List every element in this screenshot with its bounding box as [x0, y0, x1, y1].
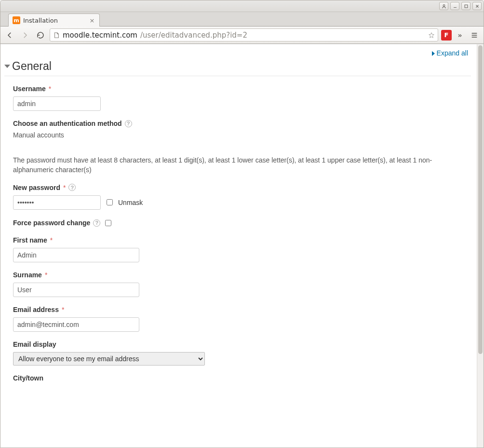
- help-icon[interactable]: ?: [93, 219, 100, 227]
- browser-tab[interactable]: m Installation ×: [8, 14, 100, 27]
- extensions-overflow-button[interactable]: »: [455, 30, 465, 41]
- tab-title: Installation: [23, 17, 58, 24]
- flipboard-extension-icon[interactable]: F: [441, 30, 452, 41]
- password-policy-hint: The password must have at least 8 charac…: [13, 155, 462, 175]
- auth-method-label: Choose an authentication method ?: [13, 120, 471, 127]
- required-icon: *: [50, 236, 53, 244]
- svg-marker-5: [429, 32, 434, 38]
- os-titlebar: [0, 0, 484, 12]
- url-path: /user/editadvanced.php?id=2: [140, 31, 247, 40]
- expand-all-link[interactable]: Expand all: [432, 49, 468, 57]
- force-password-change-checkbox[interactable]: [105, 220, 111, 226]
- moodle-favicon-icon: m: [13, 16, 20, 24]
- required-icon: *: [45, 271, 47, 279]
- email-display-label: Email display: [13, 340, 471, 348]
- page-viewport: Expand all General Username* Choose an a…: [0, 44, 477, 448]
- required-icon: *: [49, 85, 51, 93]
- scrollbar-thumb[interactable]: [478, 45, 483, 354]
- new-password-label: New password* ?: [13, 184, 471, 191]
- address-bar[interactable]: moodle.tecmint.com/user/editadvanced.php…: [50, 28, 438, 41]
- required-icon: *: [62, 306, 64, 313]
- unmask-label: Unmask: [118, 199, 143, 206]
- page-icon: [53, 32, 60, 39]
- first-name-label: First name*: [13, 236, 471, 244]
- tab-close-button[interactable]: ×: [89, 17, 95, 24]
- unmask-checkbox[interactable]: [107, 199, 113, 205]
- back-button[interactable]: [3, 29, 16, 41]
- svg-rect-2: [465, 5, 468, 8]
- new-password-input[interactable]: [13, 195, 101, 210]
- username-label: Username*: [13, 85, 471, 93]
- force-password-change-label: Force password change ?: [13, 218, 471, 228]
- reload-button[interactable]: [34, 29, 47, 41]
- first-name-input[interactable]: [13, 248, 139, 262]
- required-icon: *: [63, 184, 66, 191]
- email-label: Email address*: [13, 306, 471, 313]
- bookmark-star-icon[interactable]: [428, 32, 435, 39]
- section-general-header[interactable]: General: [4, 60, 471, 76]
- os-maximize-button[interactable]: [461, 2, 471, 10]
- username-input[interactable]: [13, 96, 101, 111]
- surname-label: Surname*: [13, 271, 471, 279]
- browser-tabstrip: m Installation ×: [0, 12, 484, 27]
- browser-menu-button[interactable]: [468, 29, 481, 41]
- surname-input[interactable]: [13, 283, 139, 297]
- collapse-triangle-icon: [4, 65, 10, 68]
- expand-triangle-icon: [432, 51, 435, 56]
- city-label: City/town: [13, 374, 471, 382]
- svg-point-0: [443, 4, 445, 6]
- expand-all-label: Expand all: [437, 49, 468, 57]
- auth-method-value: Manual accounts: [13, 131, 471, 139]
- os-minimize-button[interactable]: [450, 2, 459, 10]
- section-title-text: General: [12, 60, 52, 73]
- os-user-button[interactable]: [439, 2, 448, 10]
- help-icon[interactable]: ?: [125, 120, 132, 127]
- email-input[interactable]: [13, 317, 139, 332]
- browser-toolbar: moodle.tecmint.com/user/editadvanced.php…: [0, 27, 484, 44]
- os-close-button[interactable]: [472, 2, 482, 10]
- vertical-scrollbar[interactable]: [477, 44, 484, 448]
- help-icon[interactable]: ?: [68, 184, 76, 191]
- url-host: moodle.tecmint.com: [63, 31, 137, 40]
- email-display-select[interactable]: Allow everyone to see my email address: [13, 352, 205, 366]
- forward-button[interactable]: [19, 29, 31, 41]
